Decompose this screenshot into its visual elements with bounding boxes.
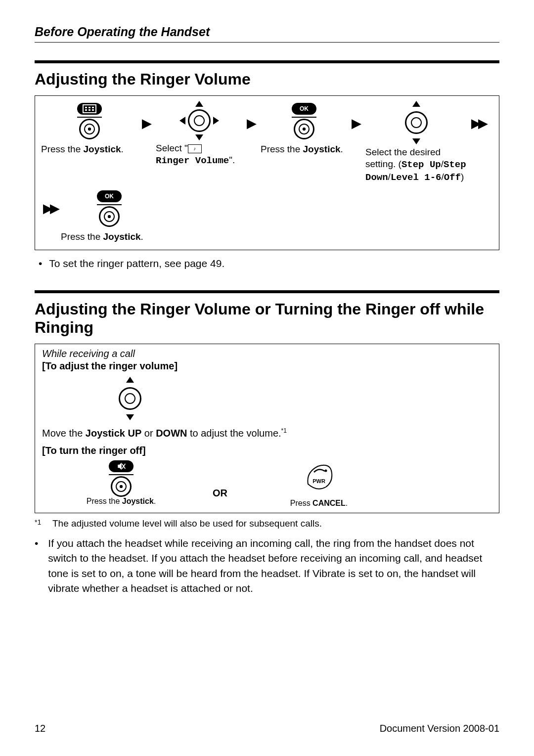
adjust-text: to adjust the volume. [187, 428, 281, 439]
caption-bold: Joystick [84, 144, 121, 154]
joystick-icon [294, 119, 314, 139]
adjust-bold: Joystick UP [86, 428, 141, 439]
step-select-ringer-volume: Select "♪ Ringer Volume". [155, 101, 244, 169]
menu-pill-icon [77, 103, 102, 115]
flow-arrow-double-icon: ▶▶ [40, 188, 60, 228]
while-receiving-label: While receiving a call [42, 348, 492, 359]
section-title-ringer-volume: Adjusting the Ringer Volume [35, 70, 499, 89]
flow-arrow-icon: ▶ [244, 101, 260, 145]
footnote-text: The adjusted volume level will also be u… [52, 518, 322, 529]
ringer-small-icon: ♪ [188, 144, 202, 153]
option-off: Off [444, 172, 461, 183]
ok-pill-icon: OK [97, 190, 122, 202]
turnoff-option-cancel: PWR Press CANCEL. [240, 456, 398, 508]
joystick-icon [111, 476, 132, 497]
section-title-ringer-off: Adjusting the Ringer Volume or Turning t… [35, 300, 499, 337]
caption-mono: Ringer Volume [156, 155, 229, 166]
turnoff-option-joystick: Press the Joystick. [42, 456, 200, 506]
flow-arrow-icon: ▶ [349, 101, 364, 145]
joystick-icon [99, 206, 120, 227]
step-press-joystick-3: OK Press the Joystick. [60, 188, 159, 245]
caption-bold: Joystick [303, 144, 341, 154]
adjust-text: or [141, 428, 156, 439]
option-level: Level 1-6 [391, 172, 442, 183]
caption-text: . [154, 497, 156, 505]
caption-text: Press the [61, 231, 103, 242]
page-number: 12 [35, 723, 45, 734]
caption-text: Press the [261, 144, 303, 154]
joystick-updown-icon [402, 103, 430, 142]
section-divider [35, 60, 499, 63]
flow-arrow-icon: ▶ [139, 101, 155, 145]
svg-text:PWR: PWR [312, 478, 325, 484]
adjust-text: Move the [42, 428, 86, 439]
joystick-updown-icon [116, 379, 144, 418]
ringer-off-box: While receiving a call [To adjust the ri… [35, 344, 499, 513]
caption-text: . [121, 144, 124, 154]
running-head: Before Operating the Handset [35, 25, 499, 39]
adjust-bold: DOWN [156, 428, 187, 439]
ringer-volume-steps-box: Press the Joystick. ▶ Select "♪ Ringer V… [35, 95, 499, 250]
step-select-setting: Select the desired setting. (Step Up/Ste… [364, 101, 468, 185]
headset-note: If you attach the headset while receivin… [48, 536, 499, 596]
caption-text: Press the [87, 497, 122, 505]
mute-pill-icon [109, 460, 134, 472]
cancel-pwr-button-icon: PWR [304, 462, 334, 492]
running-head-rule [35, 42, 499, 43]
step-press-joystick-1: Press the Joystick. [40, 101, 139, 157]
ok-pill-icon: OK [292, 103, 316, 115]
step-press-joystick-2: OK Press the Joystick. [260, 101, 349, 157]
caption-bold: CANCEL [312, 499, 346, 507]
flow-arrow-double-icon: ▶▶ [468, 101, 488, 145]
caption-text: . [341, 144, 343, 154]
joystick-4way-icon [181, 103, 217, 138]
footnote-1: *1 The adjusted volume level will also b… [35, 518, 499, 529]
joystick-icon [79, 119, 100, 139]
svg-point-2 [325, 469, 327, 472]
caption-text: Press [290, 499, 312, 507]
or-label: OR [200, 465, 240, 499]
caption-text: Press the [41, 144, 84, 154]
ringer-pattern-note: To set the ringer pattern, see page 49. [49, 256, 224, 270]
caption-text: . [141, 231, 143, 242]
caption-bold: Joystick [122, 497, 154, 505]
footnote-mark: *1 [35, 518, 47, 529]
section-divider [35, 290, 499, 293]
caption-text: ". [229, 155, 235, 165]
adjust-volume-label: [To adjust the ringer volume] [42, 360, 178, 371]
footnote-ref: *1 [281, 427, 287, 434]
option-step-up: Step Up [401, 159, 441, 170]
caption-text: Select " [156, 143, 188, 153]
turn-off-label: [To turn the ringer off] [42, 445, 146, 456]
caption-text: ) [461, 172, 464, 182]
document-version: Document Version 2008-01 [380, 723, 499, 734]
caption-bold: Joystick [103, 231, 141, 242]
caption-text: . [346, 499, 348, 507]
